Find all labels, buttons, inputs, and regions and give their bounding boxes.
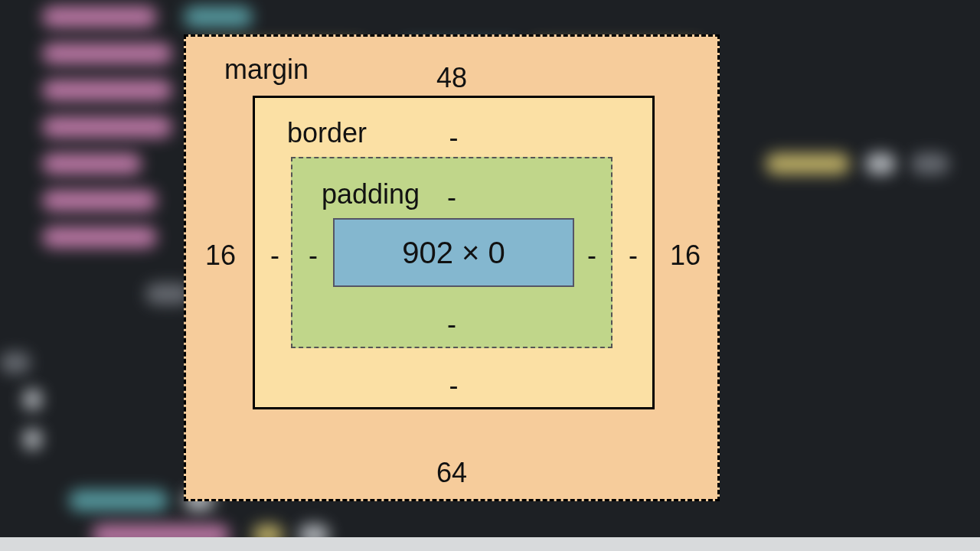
margin-bottom-value: 64 bbox=[184, 457, 720, 489]
margin-top-value: 48 bbox=[184, 62, 720, 94]
content-layer: 902 × 0 bbox=[333, 218, 574, 287]
border-bottom-value: - bbox=[253, 370, 655, 402]
padding-bottom-value: - bbox=[291, 308, 612, 341]
padding-top-value: - bbox=[291, 181, 612, 214]
margin-right-value: 16 bbox=[662, 240, 708, 272]
content-dimensions: 902 × 0 bbox=[402, 236, 505, 270]
padding-left-value: - bbox=[302, 240, 325, 272]
border-top-value: - bbox=[253, 122, 655, 154]
border-left-value: - bbox=[263, 240, 286, 272]
border-right-value: - bbox=[622, 240, 645, 272]
box-model-diagram: margin 48 64 16 16 border - - - - paddin… bbox=[184, 34, 720, 501]
margin-left-value: 16 bbox=[198, 240, 243, 272]
padding-right-value: - bbox=[580, 240, 603, 272]
